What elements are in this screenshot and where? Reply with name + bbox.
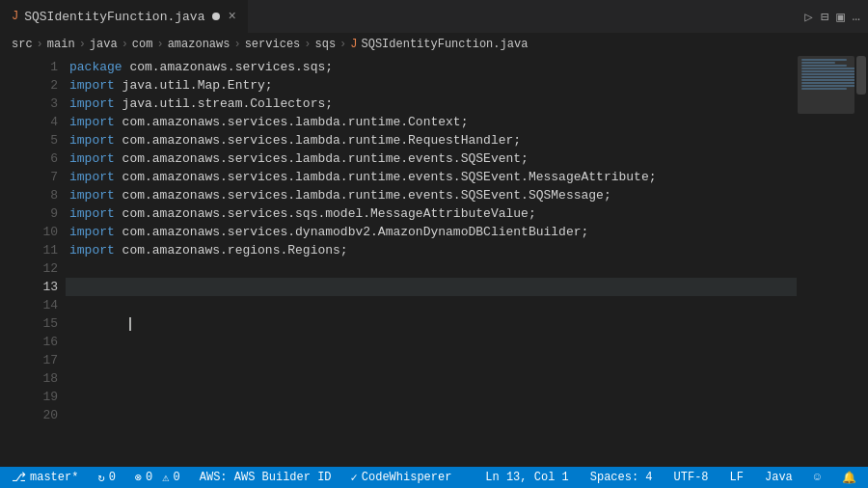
line-numbers: 1 2 3 4 5 6 7 8 9 10 11 12 13 14 15 16 1…: [19, 56, 66, 467]
code-line-20: [66, 406, 797, 424]
tab-bar: J SQSIdentityFunction.java × ▷ ⊟ ▣ …: [0, 0, 868, 34]
line-num-11: 11: [19, 241, 58, 259]
code-line-16: [66, 333, 797, 351]
codewhisperer[interactable]: ✓ CodeWhisperer: [347, 467, 456, 488]
code-line-5: import com.amazonaws.services.lambda.run…: [66, 131, 797, 149]
feedback-icon: ☺: [814, 471, 821, 484]
line-num-9: 9: [19, 204, 58, 223]
errors-warnings[interactable]: ⊗ 0 ⚠ 0: [131, 467, 184, 488]
code-line-18: [66, 369, 797, 388]
code-line-4: import com.amazonaws.services.lambda.run…: [66, 113, 797, 131]
git-branch[interactable]: ⎇ master*: [8, 467, 82, 488]
feedback-button[interactable]: ☺: [810, 467, 825, 488]
warning-count: 0: [174, 471, 180, 484]
breadcrumb-filename[interactable]: SQSIdentityFunction.java: [362, 38, 529, 51]
code-line-3: import java.util.stream.Collectors;: [66, 95, 797, 113]
cursor-pos-label: Ln 13, Col 1: [485, 471, 568, 484]
aws-profile[interactable]: AWS: AWS Builder ID: [196, 467, 336, 488]
line-num-13: 13: [19, 278, 58, 296]
code-line-10: import com.amazonaws.services.dynamodbv2…: [66, 223, 797, 241]
cursor-position[interactable]: Ln 13, Col 1: [481, 467, 572, 488]
codewhisperer-icon: ✓: [351, 471, 358, 485]
scrollbar-thumb[interactable]: [856, 56, 866, 95]
code-line-9: import com.amazonaws.services.sqs.model.…: [66, 204, 797, 223]
minimap: [797, 56, 854, 467]
code-line-13: [66, 278, 797, 296]
tab-close-button[interactable]: ×: [228, 9, 235, 24]
line-num-12: 12: [19, 259, 58, 278]
code-line-12: [66, 259, 797, 278]
code-line-14: [66, 296, 797, 314]
sync-count: 0: [109, 471, 116, 484]
line-num-10: 10: [19, 223, 58, 241]
code-line-1: package com.amazonaws.services.sqs;: [66, 58, 797, 76]
glyph-margin: [0, 56, 19, 467]
line-num-14: 14: [19, 296, 58, 314]
line-num-19: 19: [19, 388, 58, 406]
tab-modified-dot: [212, 13, 220, 20]
code-line-2: import java.util.Map.Entry;: [66, 76, 797, 95]
line-ending-label: LF: [730, 471, 744, 484]
line-num-18: 18: [19, 369, 58, 388]
breadcrumb-services[interactable]: services: [245, 38, 301, 51]
line-num-2: 2: [19, 76, 58, 95]
indentation[interactable]: Spaces: 4: [586, 467, 657, 488]
code-line-7: import com.amazonaws.services.lambda.run…: [66, 168, 797, 186]
breadcrumb-com[interactable]: com: [132, 38, 153, 51]
error-icon: ⊗: [135, 471, 142, 485]
language-mode[interactable]: Java: [761, 467, 797, 488]
code-line-19: [66, 388, 797, 406]
line-num-6: 6: [19, 149, 58, 168]
sync-icon: ↻: [97, 471, 104, 485]
line-num-5: 5: [19, 131, 58, 149]
status-right: Ln 13, Col 1 Spaces: 4 UTF-8 LF Java ☺ 🔔: [481, 467, 860, 488]
tab-filename: SQSIdentityFunction.java: [24, 10, 204, 24]
line-num-3: 3: [19, 95, 58, 113]
more-icon[interactable]: …: [853, 9, 860, 24]
breadcrumb: src › main › java › com › amazonaws › se…: [0, 34, 868, 56]
sync-status[interactable]: ↻ 0: [94, 467, 119, 488]
breadcrumb-sqs[interactable]: sqs: [314, 38, 336, 51]
code-line-6: import com.amazonaws.services.lambda.run…: [66, 149, 797, 168]
status-left: ⎇ master* ↻ 0 ⊗ 0 ⚠ 0 AWS: AWS Builder I…: [8, 467, 455, 488]
encoding-label: UTF-8: [674, 471, 709, 484]
line-num-4: 4: [19, 113, 58, 131]
minimap-slider[interactable]: [798, 56, 854, 114]
breadcrumb-src[interactable]: src: [12, 38, 33, 51]
status-bar: ⎇ master* ↻ 0 ⊗ 0 ⚠ 0 AWS: AWS Builder I…: [0, 467, 868, 488]
codewhisperer-label: CodeWhisperer: [362, 471, 452, 484]
breadcrumb-main[interactable]: main: [47, 38, 75, 51]
bell-button[interactable]: 🔔: [838, 467, 860, 488]
breadcrumb-java[interactable]: java: [90, 38, 118, 51]
code-area[interactable]: package com.amazonaws.services.sqs; impo…: [66, 56, 797, 467]
line-ending[interactable]: LF: [726, 467, 747, 488]
line-num-20: 20: [19, 406, 58, 424]
line-num-1: 1: [19, 58, 58, 76]
line-num-17: 17: [19, 351, 58, 369]
git-branch-label: master*: [30, 471, 78, 484]
run-icon[interactable]: ▷: [804, 9, 812, 25]
code-line-17: [66, 351, 797, 369]
toolbar-actions: ▷ ⊟ ▣ …: [804, 9, 868, 25]
bell-icon: 🔔: [842, 471, 856, 485]
tab-language-icon: J: [12, 10, 18, 23]
line-num-7: 7: [19, 168, 58, 186]
editor-inner: 1 2 3 4 5 6 7 8 9 10 11 12 13 14 15 16 1…: [0, 56, 868, 467]
breadcrumb-file-icon: J: [350, 38, 357, 51]
vertical-scrollbar[interactable]: [854, 56, 868, 467]
encoding[interactable]: UTF-8: [670, 467, 713, 488]
active-tab[interactable]: J SQSIdentityFunction.java ×: [0, 0, 249, 33]
layout-icon[interactable]: ▣: [836, 9, 844, 25]
warning-icon: ⚠: [162, 471, 169, 485]
minimap-content: [798, 56, 854, 467]
code-line-11: import com.amazonaws.regions.Regions;: [66, 241, 797, 259]
spaces-label: Spaces: 4: [590, 471, 653, 484]
code-line-15: [66, 314, 797, 333]
breadcrumb-amazonaws[interactable]: amazonaws: [168, 38, 231, 51]
split-icon[interactable]: ⊟: [821, 9, 828, 25]
editor: 1 2 3 4 5 6 7 8 9 10 11 12 13 14 15 16 1…: [0, 56, 868, 467]
error-count: 0: [146, 471, 152, 484]
line-num-16: 16: [19, 333, 58, 351]
git-branch-icon: ⎇: [12, 470, 26, 485]
text-cursor: [129, 317, 131, 331]
